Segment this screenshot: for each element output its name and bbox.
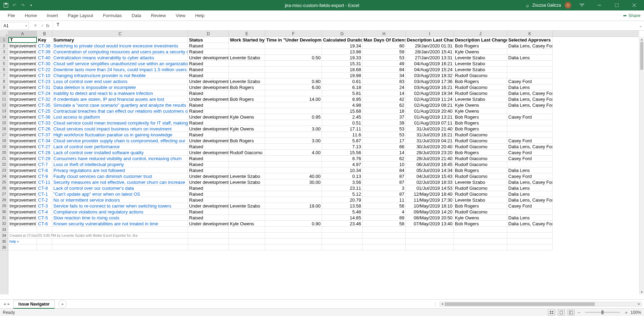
cell[interactable]: Summary xyxy=(52,37,188,43)
maximize-icon[interactable] xyxy=(610,0,624,10)
cell[interactable]: Improvement xyxy=(8,120,37,126)
cell[interactable]: Raised xyxy=(188,90,229,96)
cell[interactable]: 83 xyxy=(362,78,406,84)
cell[interactable] xyxy=(52,227,188,233)
cell[interactable] xyxy=(265,144,322,150)
cell[interactable]: Switching to private cloud would incure … xyxy=(52,43,188,49)
cell[interactable] xyxy=(265,191,322,197)
scroll-up-icon[interactable]: ▲ xyxy=(639,37,644,42)
tab-formulas[interactable]: Formulas xyxy=(98,11,127,20)
cell[interactable]: Rudolf Giacomo xyxy=(454,161,507,167)
cell[interactable]: 05/Jul/2019 14:34 xyxy=(406,167,454,173)
tab-view[interactable]: View xyxy=(171,11,190,20)
cell[interactable]: Raised xyxy=(188,144,229,150)
cell[interactable]: Casey Ford xyxy=(507,150,553,156)
cell[interactable]: Rudolf Giacomo xyxy=(454,191,507,197)
cell[interactable]: CT-4 xyxy=(37,209,52,215)
cell[interactable]: Casey Ford xyxy=(507,156,553,161)
cell[interactable]: Improvement xyxy=(8,191,37,197)
cell[interactable]: Lack of control over installed software … xyxy=(52,150,188,156)
cell[interactable]: 23.46 xyxy=(322,221,362,227)
cell[interactable]: 08/May/2019 20:50 xyxy=(406,215,454,221)
cell[interactable]: Improvement xyxy=(8,209,37,215)
cell[interactable]: Status xyxy=(188,37,229,43)
cell[interactable]: 04/Aug/2019 15:24 xyxy=(406,67,454,73)
cell[interactable]: Raised xyxy=(188,191,229,197)
cell[interactable]: 01/Aug/2019 07:11 xyxy=(406,120,454,126)
cell[interactable]: Dalia Lens, Casey Ford xyxy=(507,96,553,102)
cell[interactable]: 62 xyxy=(362,156,406,161)
cell[interactable]: Lost access to platform xyxy=(52,114,188,120)
cell[interactable]: Dalia Lens xyxy=(507,55,553,61)
cell[interactable]: 03/Aug/2019 16:21 xyxy=(406,84,454,90)
cell[interactable]: 12/May/2019 18:40 xyxy=(406,191,454,197)
tab-page-layout[interactable]: Page Layout xyxy=(63,11,98,20)
tab-home[interactable]: Home xyxy=(20,11,42,20)
cell[interactable]: CT-8 xyxy=(37,185,52,191)
cell[interactable] xyxy=(507,209,553,215)
cell[interactable]: 02/Aug/2019 11:24 xyxy=(406,96,454,102)
cell[interactable]: Levente Szabo xyxy=(229,78,265,84)
cell[interactable]: Raised xyxy=(188,185,229,191)
cell[interactable]: Raised xyxy=(188,73,229,78)
cell[interactable]: Improvement xyxy=(8,161,37,167)
row-header-4[interactable]: 4 xyxy=(0,55,8,61)
cell[interactable]: Kyle Owens xyxy=(454,49,507,55)
cell[interactable] xyxy=(37,233,52,239)
cell[interactable]: Improvement xyxy=(8,114,37,120)
cell[interactable]: 4.97 xyxy=(322,161,362,167)
row-header-34[interactable]: 34 xyxy=(0,233,8,239)
tab-data[interactable]: Data xyxy=(127,11,146,20)
cell[interactable]: 20.79 xyxy=(322,197,362,203)
cell[interactable]: Improvement xyxy=(8,96,37,102)
cell[interactable]: 87 xyxy=(362,191,406,197)
scroll-left-icon[interactable]: ◄ xyxy=(440,302,445,306)
row-header-10[interactable]: 10 xyxy=(0,90,8,96)
cell[interactable]: Bob Rogers xyxy=(454,78,507,84)
cell[interactable]: Levente Szabo xyxy=(454,179,507,185)
cell[interactable]: 13.98 xyxy=(322,49,362,55)
cell[interactable]: 39 xyxy=(362,120,406,126)
cell[interactable] xyxy=(265,215,322,221)
cell[interactable]: 10/May/2019 18:10 xyxy=(406,203,454,209)
cell[interactable]: Concentration of computing resources and… xyxy=(52,49,188,55)
split-handle-icon[interactable]: ⋮ xyxy=(433,301,437,307)
cell[interactable]: Service fails to re-connect to carrier w… xyxy=(52,203,188,209)
cell[interactable] xyxy=(229,67,265,73)
cell[interactable]: Raised xyxy=(188,102,229,108)
cell[interactable]: Kyle Owens xyxy=(454,215,507,221)
cell[interactable]: Levente Szabo xyxy=(454,61,507,67)
cell[interactable]: 13.58 xyxy=(322,203,362,209)
cell[interactable] xyxy=(265,209,322,215)
cell[interactable]: Dalia Lens, Casey Ford xyxy=(507,221,553,227)
cell[interactable]: 04/Jul/2019 15:43 xyxy=(406,173,454,179)
redo-icon[interactable]: ↷ xyxy=(20,2,26,8)
cell[interactable]: CT-7 xyxy=(37,161,52,167)
row-header-25[interactable]: 25 xyxy=(0,179,8,185)
cell[interactable] xyxy=(37,244,52,250)
cell[interactable] xyxy=(188,239,229,244)
cell[interactable]: CT-5 xyxy=(37,215,52,221)
cell[interactable] xyxy=(322,227,362,233)
cell[interactable]: 5.81 xyxy=(322,90,362,96)
cell[interactable]: Time in "Under Development" xyxy=(265,37,322,43)
cell[interactable]: "Can't update app" error when on latest … xyxy=(52,191,188,197)
cell[interactable]: 23.11 xyxy=(322,185,362,191)
cell[interactable]: CT-32 xyxy=(37,96,52,102)
cell[interactable]: Improvement xyxy=(8,55,37,61)
cell[interactable] xyxy=(362,233,406,239)
cell[interactable]: Casey Ford xyxy=(507,114,553,120)
cell[interactable]: CT-40 xyxy=(37,55,52,61)
cell[interactable] xyxy=(507,227,553,233)
cell[interactable] xyxy=(8,227,37,233)
cell[interactable] xyxy=(188,233,229,239)
formula-input[interactable]: T xyxy=(53,22,637,30)
cell[interactable]: Known security vulnerabilities are not t… xyxy=(52,221,188,227)
cell[interactable]: 29/Jan/2020 01:31 xyxy=(406,43,454,49)
cell[interactable]: Improvement xyxy=(8,221,37,227)
cell[interactable] xyxy=(265,120,322,126)
cell[interactable]: 0.95 xyxy=(265,114,322,120)
cell[interactable]: 5.12 xyxy=(322,191,362,197)
row-header-30[interactable]: 30 xyxy=(0,209,8,215)
expand-formula-icon[interactable]: ⌄ xyxy=(637,23,644,28)
